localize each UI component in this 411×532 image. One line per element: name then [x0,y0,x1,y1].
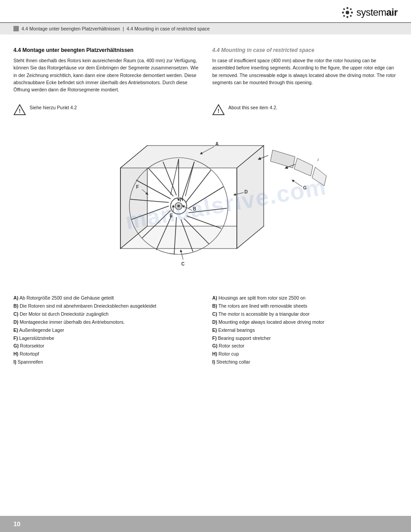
section-header-bar: 4.4 Montage unter beengten Platzverhältn… [0,23,411,34]
svg-text:D: D [244,189,248,194]
section-header-separator: | [123,26,124,31]
caption-item-en: F) Bearing support stretcher [212,335,398,343]
col-right: 4.4 Mounting in case of restricted space… [212,47,398,93]
body-text-en: In case of insufficient space (400 mm) a… [212,57,398,86]
caption-item-en: E) External bearings [212,326,398,335]
warning-icon-de: ! [13,103,26,116]
caption-item-de: C) Der Motor ist durch Dreieckstür zugän… [13,310,199,318]
svg-text:A: A [215,142,218,146]
svg-text:E: E [170,213,173,218]
svg-point-5 [343,9,345,10]
svg-line-36 [148,168,173,196]
svg-point-8 [350,15,351,17]
section-title-en: 4.4 Mounting in case of restricted space [212,47,398,53]
caption-item-en: A) Housings are split from rotor size 25… [212,294,398,302]
warning-text-de: Siehe hierzu Punkt 4.2 [30,103,77,110]
caption-item-en: I) Stretching collar [212,358,398,366]
caption-item-de: E) Außenliegende Lager [13,326,199,335]
col-left: 4.4 Montage unter beengten Platzverhältn… [13,47,199,93]
section-header-text-de: 4.4 Montage unter beengten Platzverhältn… [21,26,120,31]
warning-block-en: ! About this see item 4.2. [212,103,398,116]
svg-point-2 [347,16,348,18]
svg-point-7 [343,15,345,17]
logo-icon [341,6,354,19]
svg-point-1 [347,7,348,9]
caption-item-en: C) The motor is accessible by a triangul… [212,310,398,318]
caption-item-en: G) Rotor sector [212,342,398,350]
captions-list-de: A) Ab Rotorgröße 2500 sind die Gehäuse g… [13,294,199,366]
caption-item-de: B) Die Rotoren sind mit abnehmbaren Drei… [13,302,199,310]
warning-icon-en: ! [212,103,225,116]
page-number: 10 [13,520,21,528]
svg-text:!: ! [19,108,21,114]
diagram-area: manualsrive.com [13,123,398,284]
section-header-icon [13,26,19,31]
caption-item-de: D) Montageecke immer überhalb des Antrie… [13,318,199,326]
caption-item-de: A) Ab Rotorgröße 2500 sind die Gehäuse g… [13,294,199,302]
svg-text:G: G [303,185,307,190]
caption-col-de: A) Ab Rotorgröße 2500 sind die Gehäuse g… [13,294,199,366]
caption-item-de: G) Rotorsektor [13,342,199,350]
footer-bar: 10 [0,516,411,532]
warning-text-en: About this see item 4.2. [228,103,278,110]
page-header: systemair [0,0,411,23]
svg-line-25 [188,187,223,208]
svg-point-6 [350,9,351,10]
caption-item-en: B) The rotors are lined with removable s… [212,302,398,310]
svg-text:I: I [317,158,319,162]
svg-text:B: B [193,206,196,211]
caption-item-en: H) Rotor cup [212,350,398,358]
caption-item-de: I) Spannreifen [13,358,199,366]
svg-text:H: H [180,197,183,202]
body-text-de: Steht Ihnen oberhalb des Rotors kein aus… [13,57,199,93]
svg-text:F: F [136,184,139,189]
text-section: 4.4 Montage unter beengten Platzverhältn… [13,47,398,93]
svg-marker-45 [294,158,313,176]
caption-item-de: F) Lagerstützstrebe [13,335,199,343]
captions-list-en: A) Housings are split from rotor size 25… [212,294,398,366]
svg-line-54 [181,251,183,260]
svg-marker-44 [270,150,295,168]
svg-point-3 [342,12,344,13]
caption-item-en: D) Mounting edge always located above dr… [212,318,398,326]
warning-block-de: ! Siehe hierzu Punkt 4.2 [13,103,199,116]
svg-point-40 [177,205,180,207]
caption-item-de: H) Rotortopf [13,350,199,358]
main-content: 4.4 Montage unter beengten Platzverhältn… [0,34,411,375]
svg-marker-46 [312,167,326,186]
section-header-text-en: 4.4 Mounting in case of restricted space [127,26,210,31]
logo: systemair [341,6,398,19]
section-title-de: 4.4 Montage unter beengten Platzverhältn… [13,47,199,53]
svg-point-4 [351,12,353,13]
caption-col-en: A) Housings are split from rotor size 25… [212,294,398,366]
warning-row: ! Siehe hierzu Punkt 4.2 ! About this se… [13,103,398,116]
caption-section: A) Ab Rotorgröße 2500 sind die Gehäuse g… [13,294,398,366]
diagram-svg: I A B C D E [94,123,317,284]
svg-text:!: ! [218,108,219,114]
svg-line-63 [293,180,302,187]
svg-text:C: C [181,262,184,266]
logo-text: systemair [356,7,398,18]
svg-point-0 [346,11,349,14]
